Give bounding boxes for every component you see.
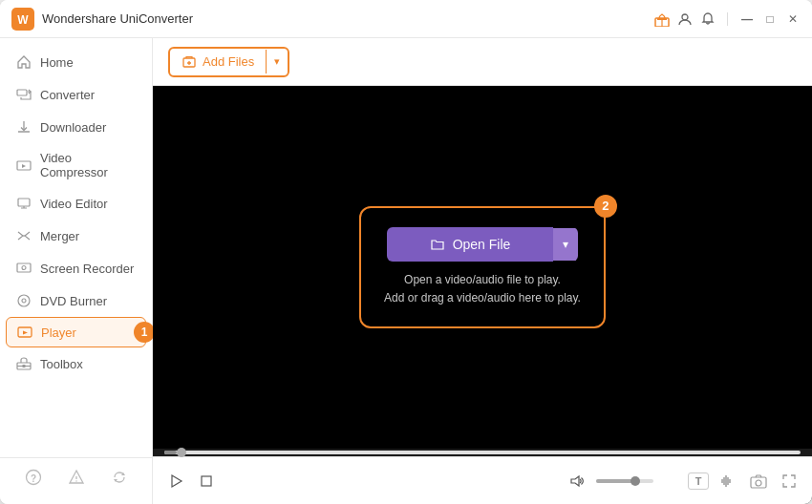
svg-marker-32 (571, 476, 579, 486)
open-file-button[interactable]: Open File ▾ (387, 227, 578, 262)
downloader-icon (15, 118, 32, 136)
open-file-arrow[interactable]: ▾ (553, 228, 578, 261)
add-files-button[interactable]: Add Files ▾ (168, 47, 289, 77)
hint-line-2: Add or drag a video/audio here to play. (384, 289, 581, 307)
sidebar-label-home: Home (40, 55, 74, 70)
sidebar-label-merger: Merger (40, 229, 79, 243)
merger-icon (15, 227, 32, 244)
sidebar-item-converter[interactable]: Converter (0, 78, 152, 111)
converter-icon (15, 86, 32, 103)
svg-text:W: W (17, 13, 29, 27)
refresh-icon[interactable] (110, 468, 129, 487)
svg-marker-17 (23, 331, 28, 335)
sidebar-item-video-editor[interactable]: Video Editor (0, 187, 152, 220)
svg-rect-8 (18, 199, 30, 206)
player-controls: T (153, 456, 812, 504)
seek-bar-container[interactable] (153, 449, 812, 456)
player-canvas: 2 Open File ▾ (153, 86, 812, 449)
sidebar-label-screen-recorder: Screen Recorder (40, 262, 134, 276)
sidebar-label-video-compressor: Video Compressor (40, 151, 137, 179)
sidebar-item-video-compressor[interactable]: Video Compressor (0, 143, 152, 187)
video-compressor-icon (15, 157, 32, 174)
close-button[interactable]: ✕ (785, 11, 801, 27)
sidebar-bottom: ? (0, 457, 152, 496)
svg-point-14 (18, 295, 30, 306)
svg-point-24 (75, 480, 76, 481)
svg-rect-5 (17, 90, 27, 95)
svg-text:?: ? (30, 473, 35, 484)
notification-icon[interactable] (700, 11, 716, 27)
home-icon (15, 53, 32, 71)
open-file-hint: Open a video/audio file to play. Add or … (384, 271, 581, 307)
screen-recorder-icon (15, 260, 32, 277)
toolbox-icon (15, 355, 32, 372)
content-area: Add Files ▾ 2 (153, 38, 812, 504)
step-badge-2: 2 (594, 195, 617, 218)
sidebar-item-downloader[interactable]: Downloader (0, 111, 152, 143)
sidebar-item-home[interactable]: Home (0, 46, 152, 78)
sidebar-item-dvd-burner[interactable]: DVD Burner (0, 284, 152, 317)
add-files-label: Add Files (203, 54, 254, 69)
player-area: 2 Open File ▾ (153, 86, 812, 504)
svg-point-15 (22, 299, 26, 303)
app-logo: W (11, 8, 34, 31)
minimize-button[interactable]: — (739, 11, 755, 27)
svg-marker-7 (22, 164, 26, 168)
player-icon (16, 324, 33, 341)
sidebar-label-converter: Converter (40, 88, 95, 102)
hint-line-1: Open a video/audio file to play. (384, 271, 581, 289)
volume-icon[interactable] (566, 470, 588, 493)
open-file-button-main[interactable]: Open File (387, 227, 553, 262)
snapshot-button[interactable] (747, 470, 770, 493)
sidebar-item-screen-recorder[interactable]: Screen Recorder (0, 252, 152, 284)
sidebar-label-player: Player (41, 326, 76, 340)
stop-button[interactable] (195, 470, 218, 493)
svg-rect-12 (17, 263, 31, 272)
volume-slider[interactable] (596, 479, 653, 483)
title-bar-separator (727, 12, 728, 26)
play-button[interactable] (164, 470, 187, 493)
open-file-label: Open File (453, 237, 511, 252)
user-icon[interactable] (677, 11, 693, 27)
main-layout: Home Converter (0, 38, 812, 504)
svg-rect-31 (202, 476, 211, 486)
video-editor-icon (15, 195, 32, 212)
sidebar-label-toolbox: Toolbox (40, 357, 83, 371)
player-badge: 1 (134, 322, 155, 343)
sidebar-item-merger[interactable]: Merger (0, 220, 152, 252)
svg-point-41 (756, 480, 761, 486)
add-files-button-main[interactable]: Add Files (170, 49, 266, 75)
fullscreen-button[interactable] (778, 470, 801, 493)
svg-marker-30 (172, 475, 182, 487)
title-bar: W Wondershare UniConverter (0, 0, 812, 38)
alert-icon[interactable] (67, 468, 86, 487)
app-title: Wondershare UniConverter (42, 11, 654, 26)
sidebar-label-downloader: Downloader (40, 120, 106, 135)
help-icon[interactable]: ? (24, 468, 43, 487)
toolbar: Add Files ▾ (153, 38, 812, 86)
maximize-button[interactable]: □ (762, 11, 778, 27)
sidebar-label-dvd-burner: DVD Burner (40, 294, 107, 308)
sidebar: Home Converter (0, 38, 153, 504)
add-files-arrow[interactable]: ▾ (266, 50, 288, 74)
sidebar-label-video-editor: Video Editor (40, 197, 108, 211)
sidebar-item-player[interactable]: Player 1 (6, 317, 146, 347)
svg-point-4 (682, 14, 688, 20)
captions-button[interactable]: T (688, 472, 709, 490)
sidebar-item-toolbox[interactable]: Toolbox (0, 347, 152, 380)
open-file-dialog: 2 Open File ▾ (359, 206, 606, 328)
audio-tracks-icon[interactable] (716, 470, 739, 493)
svg-rect-20 (23, 365, 26, 368)
title-bar-controls: — □ ✕ (654, 11, 801, 27)
dvd-burner-icon (15, 292, 32, 309)
gift-icon[interactable] (654, 11, 670, 27)
svg-point-13 (22, 266, 26, 270)
app-window: W Wondershare UniConverter (0, 0, 812, 504)
seek-bar[interactable] (164, 451, 801, 454)
